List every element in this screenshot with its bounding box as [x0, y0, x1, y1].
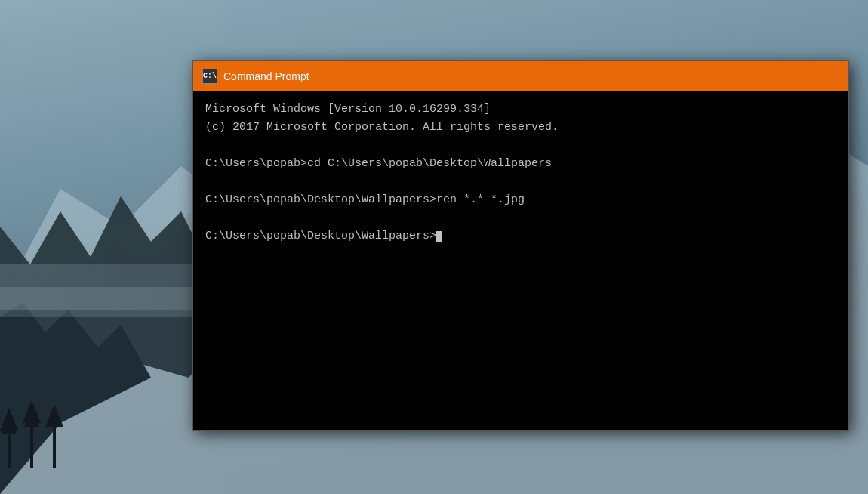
cmd-line-4: C:\Users\popab\Desktop\Wallpapers>ren *.… — [205, 191, 836, 209]
cmd-blank-1 — [205, 137, 836, 155]
cmd-line-3: C:\Users\popab>cd C:\Users\popab\Desktop… — [205, 155, 836, 173]
cmd-blank-3 — [205, 209, 836, 227]
cursor — [436, 231, 442, 242]
cmd-body[interactable]: Microsoft Windows [Version 10.0.16299.33… — [193, 91, 848, 430]
cmd-line-2: (c) 2017 Microsoft Corporation. All righ… — [205, 119, 836, 137]
cmd-icon: C:\ — [202, 69, 217, 84]
cmd-titlebar[interactable]: C:\ Command Prompt — [193, 61, 848, 91]
cmd-blank-2 — [205, 173, 836, 191]
cmd-line-5: C:\Users\popab\Desktop\Wallpapers> — [205, 227, 836, 245]
cmd-title-text: Command Prompt — [223, 70, 309, 82]
cmd-line-1: Microsoft Windows [Version 10.0.16299.33… — [205, 100, 836, 119]
cmd-window: C:\ Command Prompt Microsoft Windows [Ve… — [192, 60, 849, 431]
